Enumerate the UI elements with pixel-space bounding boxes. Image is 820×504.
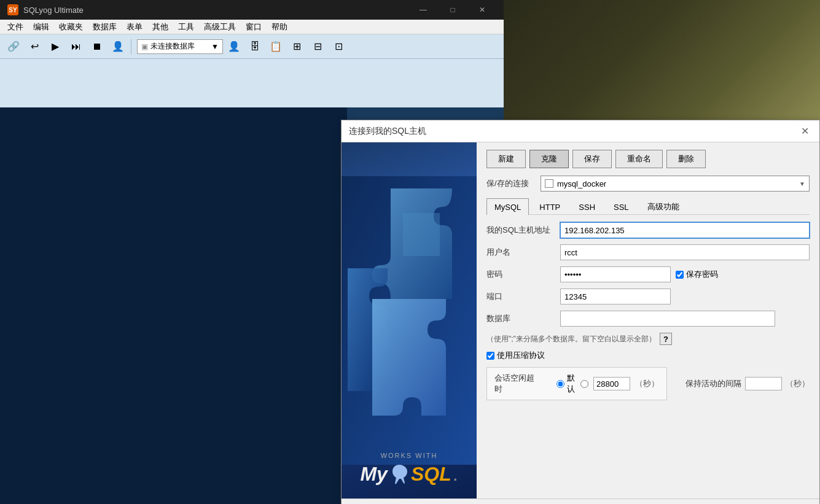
menu-advanced[interactable]: 高级工具 — [199, 20, 241, 34]
save-password-checkbox[interactable] — [676, 271, 684, 279]
dialog-close-button[interactable]: ✕ — [797, 124, 812, 139]
toolbar-btn-1[interactable]: 🔗 — [4, 37, 23, 56]
maximize-button[interactable]: □ — [439, 0, 467, 20]
logo-text: SY — [9, 7, 17, 14]
tab-mysql[interactable]: MySQL — [486, 198, 529, 215]
new-button[interactable]: 新建 — [486, 150, 526, 168]
password-field-row: 密码 保存密码 — [486, 266, 810, 282]
toolbar-btn-4[interactable]: ⏭ — [66, 37, 86, 56]
port-label: 端口 — [486, 291, 560, 302]
database-input[interactable] — [560, 311, 775, 327]
toolbar-btn-table[interactable]: 📋 — [266, 37, 286, 56]
radio-default-input[interactable] — [556, 380, 564, 388]
database-field-row: 数据库 — [486, 311, 810, 327]
port-field-row: 端口 — [486, 289, 810, 304]
db-selector-icon: ▣ — [141, 42, 148, 51]
save-password-text: 保存密码 — [686, 269, 718, 280]
menu-table[interactable]: 表单 — [122, 20, 147, 34]
left-panel — [0, 107, 347, 504]
toolbar-btn-5[interactable]: ⏹ — [87, 37, 107, 56]
compress-checkbox[interactable] — [486, 352, 494, 360]
connection-select[interactable]: mysql_docker ▼ — [541, 176, 810, 192]
clone-button[interactable]: 克隆 — [529, 150, 569, 168]
host-label: 我的SQL主机地址 — [486, 225, 560, 236]
save-button[interactable]: 保存 — [572, 150, 612, 168]
mysql-logo: My SQL . — [360, 462, 458, 486]
app-title-bar: SY SQLyog Ultimate — □ ✕ — [0, 0, 504, 20]
toolbar: 🔗 ↩ ▶ ⏭ ⏹ 👤 ▣ 未连接数据库 ▼ 👤 🗄 📋 ⊞ ⊟ ⊡ — [0, 34, 504, 59]
db-selector[interactable]: ▣ 未连接数据库 ▼ — [137, 39, 223, 54]
hint-row: （使用";"来分隔多个数据库。留下空白以显示全部） ? — [486, 333, 810, 345]
timeout-section: 会话空闲超时 默认 （秒） — [486, 367, 667, 400]
menu-favorites[interactable]: 收藏夹 — [54, 20, 88, 34]
keepalive-input[interactable] — [745, 377, 782, 390]
host-field-row: 我的SQL主机地址 — [486, 222, 810, 238]
toolbar-btn-user[interactable]: 👤 — [224, 37, 244, 56]
dialog-footer: 注册: Excl... 连接 取消(L) 测试连接 — [342, 498, 819, 504]
timeout-unit: （秒） — [635, 378, 659, 389]
radio-custom-input[interactable] — [580, 380, 588, 388]
rename-button[interactable]: 重命名 — [615, 150, 663, 168]
menu-bar: 文件 编辑 收藏夹 数据库 表单 其他 工具 高级工具 窗口 帮助 — [0, 20, 504, 34]
timeout-value-input[interactable] — [593, 377, 630, 390]
app-logo: SY — [7, 4, 18, 15]
tabs-row: MySQL HTTP SSH SSL 高级功能 — [486, 198, 810, 215]
user-label: 用户名 — [486, 247, 560, 258]
connection-dropdown-arrow: ▼ — [799, 180, 805, 187]
menu-database[interactable]: 数据库 — [88, 20, 122, 34]
user-input[interactable] — [560, 244, 810, 260]
toolbar-btn-db[interactable]: 🗄 — [245, 37, 265, 56]
tab-advanced[interactable]: 高级功能 — [639, 198, 687, 215]
save-password-label[interactable]: 保存密码 — [676, 269, 718, 280]
toolbar-btn-2[interactable]: ↩ — [25, 37, 44, 56]
top-right-background — [504, 0, 820, 120]
mysql-dolphin-icon — [390, 462, 408, 486]
password-input[interactable] — [560, 266, 671, 282]
connection-value: mysql_docker — [557, 179, 799, 188]
menu-help[interactable]: 帮助 — [267, 20, 292, 34]
keepalive-section: 保持活动的间隔 （秒） — [685, 377, 810, 390]
db-selector-arrow: ▼ — [211, 42, 219, 51]
hint-button[interactable]: ? — [660, 333, 672, 345]
menu-other[interactable]: 其他 — [147, 20, 173, 34]
toolbar-btn-grid2[interactable]: ⊟ — [308, 37, 327, 56]
connection-label: 保/存的连接 — [486, 178, 536, 189]
dialog-image-panel: WORKS WITH My SQL . — [342, 142, 477, 498]
menu-file[interactable]: 文件 — [2, 20, 28, 34]
works-with-text: WORKS WITH — [360, 452, 458, 459]
timeout-title: 会话空闲超时 — [494, 373, 539, 395]
toolbar-btn-extra[interactable]: ⊡ — [329, 37, 348, 56]
compress-row: 使用压缩协议 — [486, 350, 810, 361]
database-label: 数据库 — [486, 313, 560, 324]
user-field-row: 用户名 — [486, 244, 810, 260]
compress-label: 使用压缩协议 — [497, 350, 545, 361]
menu-edit[interactable]: 编辑 — [28, 20, 54, 34]
radio-default[interactable]: 默认 — [556, 373, 576, 395]
toolbar-btn-6[interactable]: 👤 — [108, 37, 128, 56]
tab-ssl[interactable]: SSL — [606, 198, 637, 215]
toolbar-btn-3[interactable]: ▶ — [45, 37, 65, 56]
menu-tools[interactable]: 工具 — [173, 20, 199, 34]
app-title: SQLyog Ultimate — [23, 6, 404, 15]
dialog-body: WORKS WITH My SQL . 新建 克隆 保存 重命名 — [342, 142, 819, 498]
delete-button[interactable]: 删除 — [666, 150, 706, 168]
dialog-title: 连接到我的SQL主机 — [349, 126, 426, 137]
connection-row: 保/存的连接 mysql_docker ▼ — [486, 176, 810, 192]
tab-http[interactable]: HTTP — [531, 198, 568, 215]
menu-window[interactable]: 窗口 — [241, 20, 267, 34]
radio-custom[interactable] — [580, 380, 588, 388]
toolbar-separator — [131, 39, 131, 54]
dialog-form: 新建 克隆 保存 重命名 删除 保/存的连接 mysql_docker ▼ My… — [477, 142, 819, 498]
mysql-dot: . — [453, 463, 458, 486]
hint-text: （使用";"来分隔多个数据库。留下空白以显示全部） — [486, 334, 656, 344]
app-background: SY SQLyog Ultimate — □ ✕ 文件 编辑 收藏夹 数据库 表… — [0, 0, 504, 107]
password-label: 密码 — [486, 269, 560, 280]
host-input[interactable] — [560, 222, 810, 238]
db-selector-value: 未连接数据库 — [150, 41, 211, 52]
toolbar-btn-grid[interactable]: ⊞ — [287, 37, 307, 56]
app-close-button[interactable]: ✕ — [468, 0, 496, 20]
tab-ssh[interactable]: SSH — [571, 198, 603, 215]
minimize-button[interactable]: — — [409, 0, 437, 20]
port-input[interactable] — [560, 289, 671, 304]
radio-default-label: 默认 — [567, 373, 576, 395]
